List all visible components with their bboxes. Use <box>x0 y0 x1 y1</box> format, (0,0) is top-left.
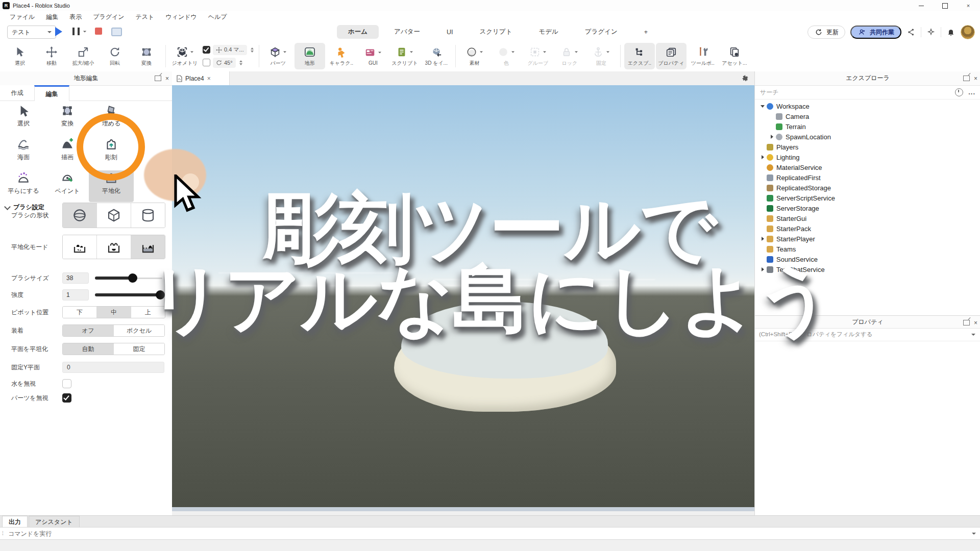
sphere-option[interactable] <box>63 203 97 228</box>
place-tab-close-icon[interactable]: × <box>207 75 211 82</box>
dock-tab-アシスタント[interactable]: アシスタント <box>29 516 80 528</box>
ribbon-button[interactable]: アセット... <box>719 43 750 69</box>
ribbon-button[interactable]: 回転 <box>100 43 130 69</box>
minimize-button[interactable] <box>910 0 933 11</box>
cube-option[interactable] <box>97 203 131 228</box>
expander-arrow-icon[interactable] <box>769 134 774 139</box>
chevron-down-icon[interactable] <box>190 51 193 53</box>
ribbon-button[interactable]: 拡大/縮小 <box>68 43 99 69</box>
ribbon-button[interactable]: エクスプ.. <box>624 43 655 69</box>
history-clock-icon[interactable] <box>955 88 963 96</box>
ignore-water-checkbox[interactable] <box>62 379 71 388</box>
expander-arrow-icon[interactable] <box>760 155 765 160</box>
tree-item-Workspace[interactable]: Workspace <box>755 101 980 111</box>
tree-item-ReplicatedFirst[interactable]: ReplicatedFirst <box>755 172 980 183</box>
ribbon-tab[interactable]: プラグイン <box>574 25 629 39</box>
snap_move-spinner[interactable] <box>251 47 254 53</box>
explorer-search-input[interactable] <box>755 89 955 96</box>
ribbon-button[interactable]: キャラク.. <box>326 43 357 69</box>
tree-item-SpawnLocation[interactable]: SpawnLocation <box>755 132 980 142</box>
ribbon-button[interactable]: スクリプト <box>389 43 420 69</box>
strength-value-input[interactable] <box>62 289 89 300</box>
chevron-down-icon[interactable] <box>410 51 413 53</box>
option-オフ[interactable]: オフ <box>63 325 114 336</box>
ribbon-tab[interactable]: UI <box>435 26 464 38</box>
brush-settings-header[interactable]: ブラシ設定 <box>5 203 44 212</box>
tree-item-Players[interactable]: Players <box>755 142 980 152</box>
tree-item-TextChatService[interactable]: TextChatService <box>755 264 980 274</box>
menu-item[interactable]: プラグイン <box>87 11 130 23</box>
chevron-down-icon[interactable] <box>378 52 381 54</box>
stop-button[interactable] <box>95 28 102 35</box>
chevron-down-icon[interactable] <box>283 51 286 53</box>
chevron-down-icon[interactable] <box>575 51 578 53</box>
play-button[interactable] <box>55 27 62 36</box>
ribbon-button[interactable]: 地形 <box>295 43 325 69</box>
ribbon-tab[interactable]: + <box>633 26 659 38</box>
strength-slider[interactable] <box>95 289 162 300</box>
grow-option[interactable] <box>97 235 131 259</box>
pause-button[interactable] <box>72 28 80 35</box>
avatar[interactable] <box>961 25 975 39</box>
command-input[interactable] <box>5 530 972 537</box>
expander-arrow-icon[interactable] <box>760 236 765 241</box>
tree-item-ServerScriptService[interactable]: ServerScriptService <box>755 193 980 203</box>
option-自動[interactable]: 自動 <box>63 343 114 355</box>
menu-item[interactable]: ファイル <box>4 11 40 23</box>
chevron-down-icon[interactable] <box>511 51 514 53</box>
viewport-settings-gear-icon[interactable] <box>741 73 749 82</box>
close-panel-icon[interactable]: × <box>165 76 169 82</box>
close-button[interactable]: × <box>957 0 980 11</box>
tree-item-ServerStorage[interactable]: ServerStorage <box>755 203 980 213</box>
ribbon-tab[interactable]: スクリプト <box>468 25 523 39</box>
test-mode-select[interactable]: テスト <box>7 26 56 39</box>
chevron-down-icon[interactable] <box>606 51 609 53</box>
ribbon-button[interactable]: ツールボ.. <box>688 43 718 69</box>
menu-item[interactable]: ウィンドウ <box>160 11 202 23</box>
maximize-button[interactable] <box>933 0 957 11</box>
tree-item-Teams[interactable]: Teams <box>755 244 980 254</box>
float-panel-icon[interactable] <box>963 320 970 325</box>
place-tab[interactable]: Place4 × <box>172 71 230 85</box>
terrain-tool-平らにする[interactable]: 平らにする <box>1 170 46 202</box>
menu-item[interactable]: 表示 <box>64 11 87 23</box>
ribbon-button[interactable]: 素材 <box>459 43 490 69</box>
snap_rotate-stepper[interactable]: 45° <box>213 58 236 68</box>
update-button[interactable]: 更新 <box>807 26 845 39</box>
ribbon-button[interactable]: 移動 <box>36 43 67 69</box>
tree-item-StarterPlayer[interactable]: StarterPlayer <box>755 234 980 244</box>
notifications-bell-icon[interactable] <box>946 28 955 37</box>
terrain-island[interactable] <box>394 302 616 412</box>
tree-item-Camera[interactable]: Camera <box>755 111 980 121</box>
flatten-option[interactable] <box>131 235 165 259</box>
ribbon-button[interactable]: パーツ <box>263 43 293 69</box>
ribbon-button[interactable]: ジオメトリ <box>169 43 200 69</box>
terrain-tab-作成[interactable]: 作成 <box>0 85 34 101</box>
device-emulator-icon[interactable] <box>111 28 122 36</box>
dock-tab-出力[interactable]: 出力 <box>2 516 28 528</box>
expander-arrow-icon[interactable] <box>760 267 765 272</box>
tree-item-Terrain[interactable]: Terrain <box>755 121 980 132</box>
terrain-tab-編集[interactable]: 編集 <box>34 85 69 101</box>
ribbon-tab[interactable]: ホーム <box>337 25 379 39</box>
fixed-y-plane-input[interactable] <box>62 362 164 373</box>
pause-options-chevron-icon[interactable] <box>83 31 86 32</box>
expander-arrow-icon[interactable] <box>760 104 765 109</box>
ribbon-button[interactable]: 選択 <box>5 43 35 69</box>
terrain-tool-海面[interactable]: 海面 <box>1 137 46 168</box>
terrain-tool-選択[interactable]: 選択 <box>1 103 46 135</box>
ribbon-button[interactable]: 3D をイ... <box>421 43 452 69</box>
option-下[interactable]: 下 <box>63 307 97 318</box>
snap_move-stepper[interactable]: 0.4 マ... <box>213 45 247 55</box>
menu-item[interactable]: ヘルプ <box>203 11 233 23</box>
ribbon-button[interactable]: 変換 <box>131 43 162 69</box>
more-options-icon[interactable]: ... <box>968 88 975 96</box>
chevron-down-icon[interactable] <box>480 51 483 53</box>
tree-item-StarterGui[interactable]: StarterGui <box>755 213 980 223</box>
collaborate-button[interactable]: 共同作業 <box>850 26 901 39</box>
cylinder-option[interactable] <box>131 203 165 228</box>
ignore-parts-checkbox[interactable] <box>62 393 71 403</box>
option-固定[interactable]: 固定 <box>114 343 164 355</box>
snap_move-checkbox[interactable] <box>203 46 210 54</box>
tree-item-MaterialService[interactable]: MaterialService <box>755 162 980 172</box>
